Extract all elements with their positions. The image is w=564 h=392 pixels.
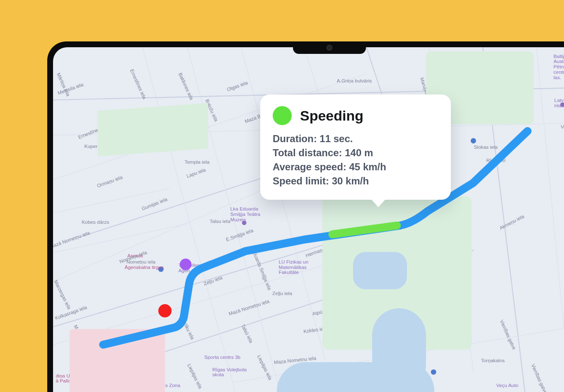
street-label: Vienības gatve [499, 319, 517, 351]
poi-label: Rīgas Volejbolaskola [213, 367, 247, 377]
svg-point-21 [471, 138, 476, 143]
map-viewport[interactable]: Jaunatnes dārzs Kobes dārzs Arkādijas pa… [53, 47, 564, 392]
park-area [98, 103, 208, 157]
street-label: Zeļļu iela [203, 275, 223, 286]
popup-avg-speed: Average speed: 45 km/h [273, 160, 438, 174]
poi-label: Lka EduardaSmiļģa TeātraMuzejs [230, 206, 261, 222]
event-popup: Speeding Duration: 11 sec. Total distanc… [260, 94, 451, 200]
poi-label: Torņakalns [481, 358, 505, 363]
poi-label: Veçu Auto [496, 382, 518, 388]
popup-speed-limit: Speed limit: 30 km/h [273, 174, 438, 188]
promo-card: Jaunatnes dārzs Kobes dārzs Arkādijas pa… [0, 0, 564, 392]
laptop-mock: Jaunatnes dārzs Kobes dārzs Arkādijas pa… [47, 41, 564, 392]
water-area [372, 308, 426, 391]
street-label: Olgas iela [226, 80, 248, 92]
street-label: Liepājas iela [186, 363, 203, 390]
map-screen[interactable]: Jaunatnes dārzs Kobes dārzs Arkādijas pa… [53, 47, 564, 392]
street-label: Vilku iela [182, 321, 196, 341]
laptop-notch [293, 41, 366, 54]
street-label: Mazā Nometņu iela [228, 298, 270, 317]
svg-point-22 [431, 369, 436, 375]
street-label: Marzergas iela [53, 279, 72, 310]
street-label: Slokas iela [474, 144, 498, 150]
street-label: Templa iela [185, 159, 210, 165]
street-label: Mazā Nometņu iela [53, 230, 91, 249]
street-label: Rīgas iel [487, 157, 506, 163]
poi-label: LU Fizikas unMatemātikasFakultāte [278, 259, 308, 275]
poi-label: Āgenskalna tirgus [125, 264, 164, 270]
park-label: Kobes dārzs [82, 219, 109, 225]
street-label: Ernestīnes iela [129, 68, 148, 100]
hospital-area [70, 329, 165, 392]
street-label: Ormaņu iela [96, 174, 123, 188]
popup-distance: Total distance: 140 m [273, 146, 438, 160]
street-label: Talsū iela [240, 323, 254, 344]
popup-title: Speeding [300, 108, 363, 124]
street-label: Valguma iela [561, 124, 564, 129]
street-label: Vienības gatve [530, 363, 549, 392]
route-event-marker[interactable] [180, 259, 191, 270]
water-area [353, 252, 407, 289]
status-dot-icon [273, 106, 292, 125]
street-label: Akmeņu iela [499, 213, 525, 231]
poi-label: BaltijasAustrumāzijasPētniecībascentra B… [554, 53, 564, 80]
route-start-marker[interactable] [158, 304, 172, 317]
street-label: Lapu iela [186, 167, 206, 179]
street-label: E.Smiļģa iela [225, 227, 254, 242]
street-label: Gumijas iela [141, 196, 168, 211]
street-label: Zeļļu iela [272, 291, 292, 296]
popup-duration: Duration: 11 sec. [273, 132, 438, 146]
street-label: Eduarda Smiļģa iela [251, 249, 273, 291]
street-label: A.Griņa bulvāris [337, 78, 372, 83]
poi-label: Sporta centrs 3b [204, 354, 241, 360]
street-label: Talsu iela [210, 218, 230, 224]
poi-label: Latvian RailwayHistory Museum [554, 97, 564, 108]
